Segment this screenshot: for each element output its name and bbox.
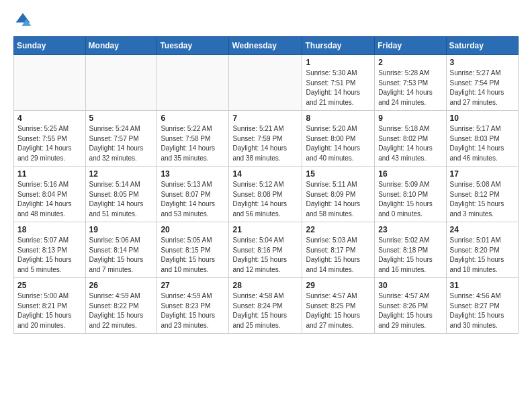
- calendar-cell: 6Sunrise: 5:22 AMSunset: 7:58 PMDaylight…: [157, 111, 229, 167]
- day-number: 3: [450, 58, 515, 67]
- day-number: 5: [89, 113, 154, 123]
- day-number: 2: [378, 58, 442, 67]
- calendar-cell: 30Sunrise: 4:57 AMSunset: 8:26 PMDayligh…: [375, 278, 446, 334]
- logo-icon: [13, 11, 32, 30]
- day-info: Sunrise: 5:07 AMSunset: 8:13 PMDaylight:…: [17, 236, 82, 275]
- day-number: 10: [450, 113, 515, 123]
- calendar-cell: 26Sunrise: 4:59 AMSunset: 8:22 PMDayligh…: [85, 278, 157, 334]
- day-info: Sunrise: 5:20 AMSunset: 8:00 PMDaylight:…: [306, 124, 371, 163]
- day-info: Sunrise: 4:57 AMSunset: 8:25 PMDaylight:…: [306, 291, 371, 330]
- logo: [13, 11, 34, 30]
- day-number: 24: [450, 225, 515, 234]
- page: SundayMondayTuesdayWednesdayThursdayFrid…: [0, 0, 532, 345]
- calendar-cell: 15Sunrise: 5:11 AMSunset: 8:09 PMDayligh…: [302, 167, 375, 222]
- calendar-body: 1Sunrise: 5:30 AMSunset: 7:51 PMDaylight…: [14, 55, 519, 334]
- day-number: 6: [161, 113, 225, 123]
- day-info: Sunrise: 5:28 AMSunset: 7:53 PMDaylight:…: [378, 68, 442, 107]
- day-info: Sunrise: 5:11 AMSunset: 8:09 PMDaylight:…: [306, 180, 371, 219]
- day-info: Sunrise: 5:12 AMSunset: 8:08 PMDaylight:…: [232, 180, 298, 219]
- day-info: Sunrise: 5:22 AMSunset: 7:58 PMDaylight:…: [161, 124, 225, 163]
- day-number: 12: [89, 169, 154, 179]
- day-number: 16: [378, 169, 442, 179]
- day-info: Sunrise: 5:00 AMSunset: 8:21 PMDaylight:…: [17, 291, 82, 330]
- day-number: 8: [306, 113, 371, 123]
- day-info: Sunrise: 5:27 AMSunset: 7:54 PMDaylight:…: [450, 68, 515, 107]
- day-number: 15: [306, 169, 371, 179]
- day-number: 4: [17, 113, 82, 123]
- calendar-cell: 3Sunrise: 5:27 AMSunset: 7:54 PMDaylight…: [446, 55, 518, 111]
- calendar-cell: 11Sunrise: 5:16 AMSunset: 8:04 PMDayligh…: [14, 167, 86, 222]
- calendar-cell: 8Sunrise: 5:20 AMSunset: 8:00 PMDaylight…: [302, 111, 375, 167]
- day-number: 30: [378, 281, 442, 290]
- calendar-cell: 18Sunrise: 5:07 AMSunset: 8:13 PMDayligh…: [14, 222, 86, 278]
- day-info: Sunrise: 5:06 AMSunset: 8:14 PMDaylight:…: [89, 236, 154, 275]
- calendar-cell: 31Sunrise: 4:56 AMSunset: 8:27 PMDayligh…: [446, 278, 518, 334]
- day-number: 14: [232, 169, 298, 179]
- day-number: 25: [17, 281, 82, 290]
- calendar-cell: 1Sunrise: 5:30 AMSunset: 7:51 PMDaylight…: [302, 55, 375, 111]
- day-number: 26: [89, 281, 154, 290]
- day-info: Sunrise: 4:59 AMSunset: 8:22 PMDaylight:…: [89, 291, 154, 330]
- calendar-week-1: 1Sunrise: 5:30 AMSunset: 7:51 PMDaylight…: [14, 55, 519, 111]
- weekday-header-tuesday: Tuesday: [157, 37, 229, 55]
- calendar-cell: 4Sunrise: 5:25 AMSunset: 7:55 PMDaylight…: [14, 111, 86, 167]
- day-info: Sunrise: 5:04 AMSunset: 8:16 PMDaylight:…: [232, 236, 298, 275]
- day-info: Sunrise: 5:30 AMSunset: 7:51 PMDaylight:…: [306, 68, 371, 107]
- calendar-table: SundayMondayTuesdayWednesdayThursdayFrid…: [13, 36, 519, 334]
- day-info: Sunrise: 5:21 AMSunset: 7:59 PMDaylight:…: [232, 124, 298, 163]
- weekday-header-saturday: Saturday: [446, 37, 518, 55]
- calendar-cell: 16Sunrise: 5:09 AMSunset: 8:10 PMDayligh…: [375, 167, 446, 222]
- header: [13, 11, 519, 30]
- day-number: 18: [17, 225, 82, 234]
- calendar-cell: 17Sunrise: 5:08 AMSunset: 8:12 PMDayligh…: [446, 167, 518, 222]
- day-info: Sunrise: 5:01 AMSunset: 8:20 PMDaylight:…: [450, 236, 515, 275]
- day-info: Sunrise: 5:13 AMSunset: 8:07 PMDaylight:…: [161, 180, 225, 219]
- day-number: 31: [450, 281, 515, 290]
- calendar-cell: 24Sunrise: 5:01 AMSunset: 8:20 PMDayligh…: [446, 222, 518, 278]
- calendar-cell: 14Sunrise: 5:12 AMSunset: 8:08 PMDayligh…: [229, 167, 302, 222]
- calendar-cell: 7Sunrise: 5:21 AMSunset: 7:59 PMDaylight…: [229, 111, 302, 167]
- weekday-header-wednesday: Wednesday: [229, 37, 302, 55]
- calendar-week-4: 18Sunrise: 5:07 AMSunset: 8:13 PMDayligh…: [14, 222, 519, 278]
- calendar-cell: 2Sunrise: 5:28 AMSunset: 7:53 PMDaylight…: [375, 55, 446, 111]
- calendar-cell: 12Sunrise: 5:14 AMSunset: 8:05 PMDayligh…: [85, 167, 157, 222]
- day-info: Sunrise: 5:16 AMSunset: 8:04 PMDaylight:…: [17, 180, 82, 219]
- weekday-header-sunday: Sunday: [14, 37, 86, 55]
- day-number: 21: [232, 225, 298, 234]
- calendar-cell: 27Sunrise: 4:59 AMSunset: 8:23 PMDayligh…: [157, 278, 229, 334]
- day-info: Sunrise: 5:02 AMSunset: 8:18 PMDaylight:…: [378, 236, 442, 275]
- calendar-cell: 21Sunrise: 5:04 AMSunset: 8:16 PMDayligh…: [229, 222, 302, 278]
- calendar-cell: 25Sunrise: 5:00 AMSunset: 8:21 PMDayligh…: [14, 278, 86, 334]
- calendar-cell: 13Sunrise: 5:13 AMSunset: 8:07 PMDayligh…: [157, 167, 229, 222]
- day-number: 27: [161, 281, 225, 290]
- calendar-cell: 10Sunrise: 5:17 AMSunset: 8:03 PMDayligh…: [446, 111, 518, 167]
- calendar-cell: 5Sunrise: 5:24 AMSunset: 7:57 PMDaylight…: [85, 111, 157, 167]
- calendar-cell: [157, 55, 229, 111]
- calendar-week-5: 25Sunrise: 5:00 AMSunset: 8:21 PMDayligh…: [14, 278, 519, 334]
- day-info: Sunrise: 4:57 AMSunset: 8:26 PMDaylight:…: [378, 291, 442, 330]
- calendar-header-row: SundayMondayTuesdayWednesdayThursdayFrid…: [14, 37, 519, 55]
- day-info: Sunrise: 5:24 AMSunset: 7:57 PMDaylight:…: [89, 124, 154, 163]
- day-number: 22: [306, 225, 371, 234]
- day-info: Sunrise: 5:03 AMSunset: 8:17 PMDaylight:…: [306, 236, 371, 275]
- day-info: Sunrise: 5:09 AMSunset: 8:10 PMDaylight:…: [378, 180, 442, 219]
- day-number: 1: [306, 58, 371, 67]
- day-number: 19: [89, 225, 154, 234]
- day-info: Sunrise: 5:17 AMSunset: 8:03 PMDaylight:…: [450, 124, 515, 163]
- day-info: Sunrise: 5:18 AMSunset: 8:02 PMDaylight:…: [378, 124, 442, 163]
- day-number: 23: [378, 225, 442, 234]
- day-info: Sunrise: 4:56 AMSunset: 8:27 PMDaylight:…: [450, 291, 515, 330]
- weekday-header-monday: Monday: [85, 37, 157, 55]
- day-number: 13: [161, 169, 225, 179]
- day-number: 28: [232, 281, 298, 290]
- day-number: 11: [17, 169, 82, 179]
- day-info: Sunrise: 5:25 AMSunset: 7:55 PMDaylight:…: [17, 124, 82, 163]
- day-number: 20: [161, 225, 225, 234]
- calendar-cell: 22Sunrise: 5:03 AMSunset: 8:17 PMDayligh…: [302, 222, 375, 278]
- calendar-cell: 29Sunrise: 4:57 AMSunset: 8:25 PMDayligh…: [302, 278, 375, 334]
- day-info: Sunrise: 5:08 AMSunset: 8:12 PMDaylight:…: [450, 180, 515, 219]
- calendar-cell: 19Sunrise: 5:06 AMSunset: 8:14 PMDayligh…: [85, 222, 157, 278]
- day-number: 7: [232, 113, 298, 123]
- calendar-cell: 20Sunrise: 5:05 AMSunset: 8:15 PMDayligh…: [157, 222, 229, 278]
- day-number: 29: [306, 281, 371, 290]
